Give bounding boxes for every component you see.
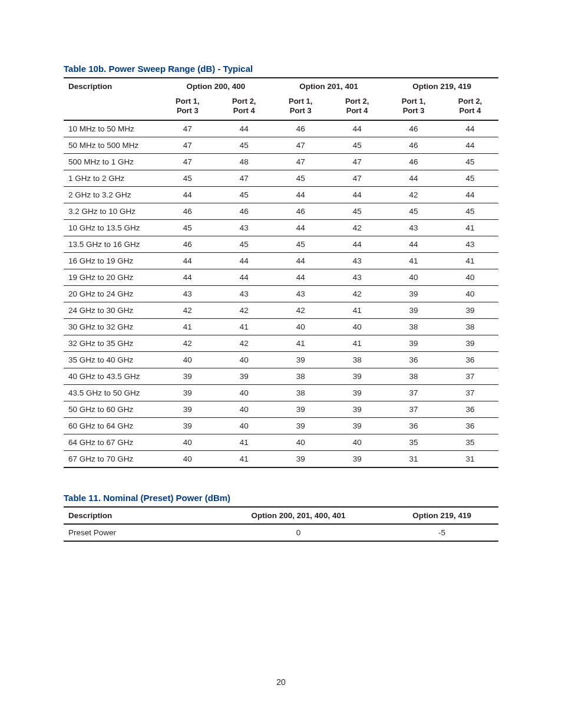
table-row: 1 GHz to 2 GHz454745474445 — [64, 170, 498, 186]
cell: 47 — [159, 137, 216, 153]
cell: 31 — [385, 450, 442, 467]
table-row: 2 GHz to 3.2 GHz444544444244 — [64, 186, 498, 203]
table-row: 43.5 GHz to 50 GHz394038393737 — [64, 384, 498, 401]
cell: 35 — [442, 434, 498, 450]
table-row: 35 GHz to 40 GHz404039383636 — [64, 351, 498, 368]
sub-2: Port 1,Port 3 — [272, 94, 329, 120]
cell: 41 — [385, 252, 442, 269]
cell: 39 — [159, 368, 216, 384]
cell: 35 — [385, 434, 442, 450]
cell: 44 — [216, 269, 272, 285]
cell: 40 — [329, 434, 385, 450]
cell: 37 — [385, 401, 442, 417]
cell: 45 — [216, 186, 272, 203]
cell: 39 — [385, 302, 442, 318]
table10b: Description Option 200, 400 Option 201, … — [64, 77, 498, 468]
table-row: 50 GHz to 60 GHz394039393736 — [64, 401, 498, 417]
cell: 40 — [272, 318, 329, 335]
cell: 40 — [159, 450, 216, 467]
row-desc: 10 MHz to 50 MHz — [64, 120, 159, 137]
cell: 44 — [216, 120, 272, 137]
t11-col1: Option 200, 201, 400, 401 — [211, 507, 385, 524]
cell: 45 — [442, 170, 498, 186]
cell: 36 — [442, 417, 498, 434]
cell: 44 — [216, 252, 272, 269]
cell: 40 — [329, 318, 385, 335]
cell: 39 — [385, 285, 442, 302]
cell: 41 — [272, 335, 329, 351]
cell: 43 — [385, 219, 442, 236]
page-number: 20 — [0, 677, 562, 687]
row-desc: 60 GHz to 64 GHz — [64, 417, 159, 434]
cell: 40 — [442, 285, 498, 302]
cell: 42 — [216, 302, 272, 318]
row-desc: 43.5 GHz to 50 GHz — [64, 384, 159, 401]
cell: 45 — [216, 236, 272, 252]
cell: 39 — [272, 450, 329, 467]
cell: 46 — [272, 120, 329, 137]
table-row: 3.2 GHz to 10 GHz464646454545 — [64, 203, 498, 219]
cell: 47 — [159, 153, 216, 170]
cell: 43 — [329, 269, 385, 285]
cell: 45 — [159, 170, 216, 186]
row-desc: 20 GHz to 24 GHz — [64, 285, 159, 302]
cell: 48 — [216, 153, 272, 170]
row-desc: 50 GHz to 60 GHz — [64, 401, 159, 417]
cell: 40 — [385, 269, 442, 285]
cell: 43 — [272, 285, 329, 302]
cell: 41 — [216, 318, 272, 335]
cell: 43 — [159, 285, 216, 302]
cell: 44 — [329, 186, 385, 203]
row-desc: 16 GHz to 19 GHz — [64, 252, 159, 269]
cell: 40 — [216, 417, 272, 434]
table-row: 67 GHz to 70 GHz404139393131 — [64, 450, 498, 467]
t11-col2: Option 219, 419 — [385, 507, 498, 524]
cell: 44 — [385, 236, 442, 252]
cell: 39 — [159, 417, 216, 434]
table-row: 19 GHz to 20 GHz444444434040 — [64, 269, 498, 285]
table-row: 10 GHz to 13.5 GHz454344424341 — [64, 219, 498, 236]
cell: 41 — [216, 450, 272, 467]
cell: 39 — [329, 450, 385, 467]
sub-0: Port 1,Port 3 — [159, 94, 216, 120]
table-row: 50 MHz to 500 MHz474547454644 — [64, 137, 498, 153]
cell: 45 — [385, 203, 442, 219]
table-row: 32 GHz to 35 GHz424241413939 — [64, 335, 498, 351]
cell: 43 — [216, 219, 272, 236]
cell: 45 — [442, 153, 498, 170]
cell: 47 — [272, 153, 329, 170]
t11-desc: Preset Power — [64, 524, 211, 541]
cell: 45 — [329, 203, 385, 219]
cell: 36 — [442, 351, 498, 368]
cell: 46 — [385, 120, 442, 137]
table-row: 30 GHz to 32 GHz414140403838 — [64, 318, 498, 335]
cell: 36 — [385, 417, 442, 434]
cell: 46 — [385, 153, 442, 170]
cell: 41 — [159, 318, 216, 335]
cell: 41 — [442, 219, 498, 236]
cell: 37 — [385, 384, 442, 401]
t11-v2: -5 — [385, 524, 498, 541]
row-desc: 1 GHz to 2 GHz — [64, 170, 159, 186]
cell: 42 — [329, 285, 385, 302]
cell: 42 — [329, 219, 385, 236]
table-row: 13.5 GHz to 16 GHz464545444443 — [64, 236, 498, 252]
cell: 45 — [272, 236, 329, 252]
table-row: 60 GHz to 64 GHz394039393636 — [64, 417, 498, 434]
cell: 38 — [385, 318, 442, 335]
cell: 45 — [272, 170, 329, 186]
col-desc: Description — [64, 78, 159, 120]
cell: 41 — [216, 434, 272, 450]
cell: 39 — [329, 401, 385, 417]
cell: 47 — [216, 170, 272, 186]
cell: 40 — [272, 434, 329, 450]
cell: 44 — [272, 252, 329, 269]
row-desc: 67 GHz to 70 GHz — [64, 450, 159, 467]
t11-v1: 0 — [211, 524, 385, 541]
cell: 44 — [272, 186, 329, 203]
cell: 31 — [442, 450, 498, 467]
table-row: 16 GHz to 19 GHz444444434141 — [64, 252, 498, 269]
cell: 41 — [329, 302, 385, 318]
sub-5: Port 2,Port 4 — [442, 94, 498, 120]
row-desc: 50 MHz to 500 MHz — [64, 137, 159, 153]
